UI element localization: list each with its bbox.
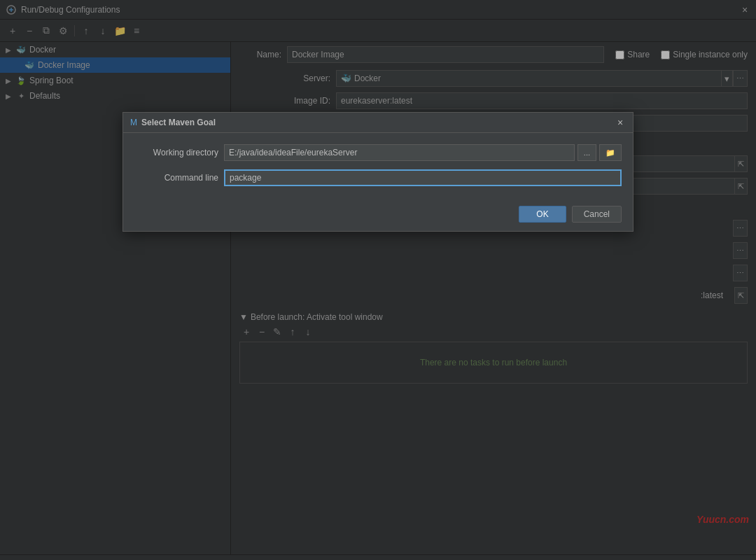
modal-working-dir-folder-button[interactable]: 📁 xyxy=(599,144,622,161)
modal-working-dir-row: Working directory ... 📁 xyxy=(134,144,622,161)
modal-footer: OK Cancel xyxy=(123,200,633,231)
modal-overlay: M Select Maven Goal × Working directory … xyxy=(0,0,756,560)
modal-title: Select Maven Goal xyxy=(141,118,610,127)
modal-working-dir-browse-button[interactable]: ... xyxy=(578,144,596,161)
modal-working-dir-control: ... 📁 xyxy=(224,144,622,161)
modal-command-line-label: Command line xyxy=(134,173,218,183)
modal-working-dir-input[interactable] xyxy=(224,144,575,161)
modal-working-dir-label: Working directory xyxy=(134,148,218,158)
modal-command-line-row: Command line xyxy=(134,169,622,186)
maven-goal-dialog: M Select Maven Goal × Working directory … xyxy=(122,112,634,232)
modal-body: Working directory ... 📁 Command line xyxy=(123,133,633,200)
modal-cancel-button[interactable]: Cancel xyxy=(572,206,622,223)
modal-command-line-input[interactable] xyxy=(224,169,622,186)
modal-ok-button[interactable]: OK xyxy=(519,206,566,223)
modal-close-button[interactable]: × xyxy=(615,117,626,128)
modal-title-bar: M Select Maven Goal × xyxy=(123,113,633,133)
maven-icon: M xyxy=(130,118,137,127)
